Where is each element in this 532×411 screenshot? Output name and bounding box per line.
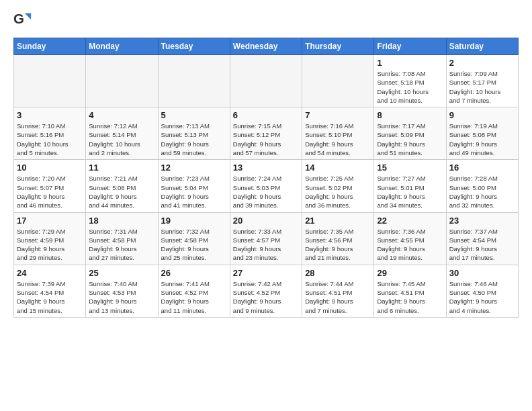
day-number: 10	[17, 163, 83, 173]
day-info: Sunrise: 7:45 AM Sunset: 4:51 PM Dayligh…	[377, 279, 443, 315]
calendar-cell: 14Sunrise: 7:25 AM Sunset: 5:02 PM Dayli…	[302, 160, 374, 212]
calendar-cell: 6Sunrise: 7:15 AM Sunset: 5:12 PM Daylig…	[230, 107, 302, 160]
weekday-header-tuesday: Tuesday	[158, 38, 230, 55]
page: G SundayMondayTuesdayWednesdayThursdayFr…	[0, 0, 532, 324]
day-number: 2	[449, 58, 515, 68]
calendar-cell: 15Sunrise: 7:27 AM Sunset: 5:01 PM Dayli…	[374, 160, 446, 212]
day-number: 3	[17, 110, 83, 120]
calendar-cell: 12Sunrise: 7:23 AM Sunset: 5:04 PM Dayli…	[158, 160, 230, 212]
calendar-cell: 2Sunrise: 7:09 AM Sunset: 5:17 PM Daylig…	[446, 55, 518, 107]
day-info: Sunrise: 7:41 AM Sunset: 4:52 PM Dayligh…	[161, 279, 227, 315]
calendar-header-row: SundayMondayTuesdayWednesdayThursdayFrid…	[14, 38, 519, 55]
calendar-week-row: 3Sunrise: 7:10 AM Sunset: 5:16 PM Daylig…	[14, 107, 519, 160]
day-info: Sunrise: 7:25 AM Sunset: 5:02 PM Dayligh…	[305, 174, 371, 210]
day-number: 20	[233, 216, 299, 226]
day-info: Sunrise: 7:39 AM Sunset: 4:54 PM Dayligh…	[17, 279, 83, 315]
calendar-cell: 21Sunrise: 7:35 AM Sunset: 4:56 PM Dayli…	[302, 212, 374, 265]
day-number: 21	[305, 216, 371, 226]
calendar-cell: 3Sunrise: 7:10 AM Sunset: 5:16 PM Daylig…	[14, 107, 86, 160]
day-number: 17	[17, 216, 83, 226]
day-info: Sunrise: 7:10 AM Sunset: 5:16 PM Dayligh…	[17, 122, 83, 157]
day-number: 30	[449, 268, 515, 278]
calendar-week-row: 17Sunrise: 7:29 AM Sunset: 4:59 PM Dayli…	[14, 212, 519, 265]
weekday-header-sunday: Sunday	[14, 38, 86, 55]
calendar-week-row: 24Sunrise: 7:39 AM Sunset: 4:54 PM Dayli…	[14, 265, 519, 317]
day-number: 15	[377, 163, 443, 173]
day-number: 16	[449, 163, 515, 173]
day-info: Sunrise: 7:08 AM Sunset: 5:18 PM Dayligh…	[377, 69, 443, 105]
day-number: 24	[17, 268, 83, 278]
calendar-cell: 30Sunrise: 7:46 AM Sunset: 4:50 PM Dayli…	[446, 265, 518, 317]
calendar-cell	[14, 55, 86, 107]
calendar-cell: 11Sunrise: 7:21 AM Sunset: 5:06 PM Dayli…	[86, 160, 158, 212]
day-info: Sunrise: 7:46 AM Sunset: 4:50 PM Dayligh…	[449, 279, 515, 315]
calendar: SundayMondayTuesdayWednesdayThursdayFrid…	[13, 38, 519, 318]
day-info: Sunrise: 7:17 AM Sunset: 5:09 PM Dayligh…	[377, 122, 443, 157]
day-info: Sunrise: 7:21 AM Sunset: 5:06 PM Dayligh…	[89, 174, 154, 210]
calendar-cell: 1Sunrise: 7:08 AM Sunset: 5:18 PM Daylig…	[374, 55, 446, 107]
day-number: 27	[233, 268, 299, 278]
day-info: Sunrise: 7:33 AM Sunset: 4:57 PM Dayligh…	[233, 227, 299, 263]
day-number: 8	[377, 110, 443, 120]
calendar-cell	[230, 55, 302, 107]
day-info: Sunrise: 7:37 AM Sunset: 4:54 PM Dayligh…	[449, 227, 515, 263]
day-info: Sunrise: 7:40 AM Sunset: 4:53 PM Dayligh…	[89, 279, 154, 315]
day-number: 5	[161, 110, 227, 120]
calendar-cell: 24Sunrise: 7:39 AM Sunset: 4:54 PM Dayli…	[14, 265, 86, 317]
svg-marker-1	[25, 13, 31, 19]
day-info: Sunrise: 7:12 AM Sunset: 5:14 PM Dayligh…	[89, 122, 154, 157]
day-number: 13	[233, 163, 299, 173]
logo-icon: G	[13, 11, 32, 30]
calendar-cell	[86, 55, 158, 107]
weekday-header-monday: Monday	[86, 38, 158, 55]
day-info: Sunrise: 7:35 AM Sunset: 4:56 PM Dayligh…	[305, 227, 371, 263]
day-number: 19	[161, 216, 227, 226]
weekday-header-friday: Friday	[374, 38, 446, 55]
day-info: Sunrise: 7:16 AM Sunset: 5:10 PM Dayligh…	[305, 122, 371, 157]
calendar-cell: 29Sunrise: 7:45 AM Sunset: 4:51 PM Dayli…	[374, 265, 446, 317]
calendar-cell: 4Sunrise: 7:12 AM Sunset: 5:14 PM Daylig…	[86, 107, 158, 160]
day-number: 7	[305, 110, 371, 120]
day-info: Sunrise: 7:29 AM Sunset: 4:59 PM Dayligh…	[17, 227, 83, 263]
calendar-cell: 25Sunrise: 7:40 AM Sunset: 4:53 PM Dayli…	[86, 265, 158, 317]
calendar-cell	[158, 55, 230, 107]
day-info: Sunrise: 7:23 AM Sunset: 5:04 PM Dayligh…	[161, 174, 227, 210]
calendar-cell: 28Sunrise: 7:44 AM Sunset: 4:51 PM Dayli…	[302, 265, 374, 317]
day-info: Sunrise: 7:42 AM Sunset: 4:52 PM Dayligh…	[233, 279, 299, 315]
day-number: 6	[233, 110, 299, 120]
day-info: Sunrise: 7:24 AM Sunset: 5:03 PM Dayligh…	[233, 174, 299, 210]
day-number: 29	[377, 268, 443, 278]
calendar-cell: 27Sunrise: 7:42 AM Sunset: 4:52 PM Dayli…	[230, 265, 302, 317]
calendar-cell: 5Sunrise: 7:13 AM Sunset: 5:13 PM Daylig…	[158, 107, 230, 160]
weekday-header-saturday: Saturday	[446, 38, 518, 55]
day-info: Sunrise: 7:28 AM Sunset: 5:00 PM Dayligh…	[449, 174, 515, 210]
day-info: Sunrise: 7:19 AM Sunset: 5:08 PM Dayligh…	[449, 122, 515, 157]
day-number: 14	[305, 163, 371, 173]
calendar-cell: 18Sunrise: 7:31 AM Sunset: 4:58 PM Dayli…	[86, 212, 158, 265]
day-info: Sunrise: 7:36 AM Sunset: 4:55 PM Dayligh…	[377, 227, 443, 263]
day-number: 18	[89, 216, 154, 226]
calendar-cell: 20Sunrise: 7:33 AM Sunset: 4:57 PM Dayli…	[230, 212, 302, 265]
weekday-header-wednesday: Wednesday	[230, 38, 302, 55]
day-number: 28	[305, 268, 371, 278]
calendar-cell: 16Sunrise: 7:28 AM Sunset: 5:00 PM Dayli…	[446, 160, 518, 212]
weekday-header-thursday: Thursday	[302, 38, 374, 55]
day-number: 26	[161, 268, 227, 278]
calendar-cell: 22Sunrise: 7:36 AM Sunset: 4:55 PM Dayli…	[374, 212, 446, 265]
day-number: 23	[449, 216, 515, 226]
day-info: Sunrise: 7:15 AM Sunset: 5:12 PM Dayligh…	[233, 122, 299, 157]
calendar-cell: 9Sunrise: 7:19 AM Sunset: 5:08 PM Daylig…	[446, 107, 518, 160]
calendar-cell: 13Sunrise: 7:24 AM Sunset: 5:03 PM Dayli…	[230, 160, 302, 212]
day-info: Sunrise: 7:20 AM Sunset: 5:07 PM Dayligh…	[17, 174, 83, 210]
day-info: Sunrise: 7:44 AM Sunset: 4:51 PM Dayligh…	[305, 279, 371, 315]
calendar-cell: 10Sunrise: 7:20 AM Sunset: 5:07 PM Dayli…	[14, 160, 86, 212]
day-number: 25	[89, 268, 154, 278]
calendar-cell: 8Sunrise: 7:17 AM Sunset: 5:09 PM Daylig…	[374, 107, 446, 160]
day-number: 9	[449, 110, 515, 120]
logo: G	[13, 11, 34, 30]
day-number: 4	[89, 110, 154, 120]
day-number: 22	[377, 216, 443, 226]
calendar-week-row: 10Sunrise: 7:20 AM Sunset: 5:07 PM Dayli…	[14, 160, 519, 212]
day-info: Sunrise: 7:13 AM Sunset: 5:13 PM Dayligh…	[161, 122, 227, 157]
calendar-cell	[302, 55, 374, 107]
